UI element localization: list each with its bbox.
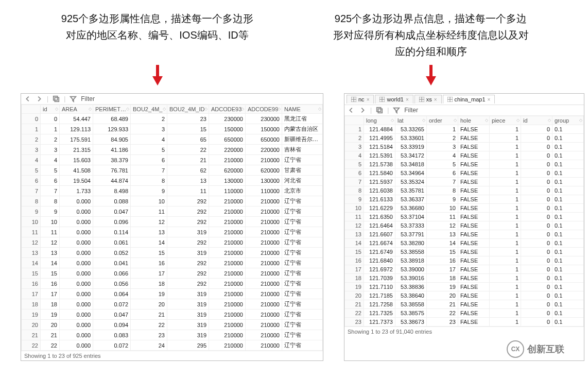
table-row[interactable]: 14140.0000.04116292210000210000辽宁省 <box>22 258 323 268</box>
table-row[interactable]: 3321.31541.186522220000220000吉林省 <box>22 145 323 155</box>
table-row[interactable]: 5121.573853.348185FALSE100.1 <box>345 160 584 169</box>
table-row[interactable]: 14121.667453.3828014FALSE100.1 <box>345 239 584 248</box>
cell: 210000 <box>246 227 282 237</box>
table-row[interactable]: 17170.0000.06419319210000210000辽宁省 <box>22 289 323 299</box>
cell: 0 <box>521 318 552 326</box>
table-row[interactable]: 11110.0000.11413319210000210000辽宁省 <box>22 227 323 237</box>
table-row[interactable]: 20121.718553.3864020FALSE100.1 <box>345 291 584 300</box>
column-header[interactable]: id◇ <box>521 116 552 125</box>
table-row[interactable]: 0054.44768.489223230000230000黑龙江省 <box>22 114 323 124</box>
table-row[interactable]: 6121.584053.349646FALSE100.1 <box>345 169 584 178</box>
cell: 319 <box>167 248 209 258</box>
column-header[interactable]: AREA◇ <box>60 105 93 114</box>
table-row[interactable]: 13121.660753.3779113FALSE100.1 <box>345 230 584 239</box>
cell: 1 <box>41 124 60 134</box>
cell: 23 <box>167 114 209 124</box>
table-row[interactable]: 21121.725853.3855821FALSE100.1 <box>345 300 584 309</box>
cell: 辽宁省 <box>282 248 323 258</box>
column-header[interactable]: BOU2_4M_ID◇ <box>167 105 209 114</box>
table-row[interactable]: 18121.703953.3901618FALSE100.1 <box>345 274 584 283</box>
close-icon[interactable]: × <box>488 97 491 102</box>
table-row[interactable]: 10100.0000.09612292210000210000辽宁省 <box>22 217 323 227</box>
table-row[interactable]: 1121.488453.332651FALSE100.1 <box>345 125 584 134</box>
close-icon[interactable]: × <box>434 97 437 102</box>
table-row[interactable]: 880.0000.08810292210000210000辽宁省 <box>22 196 323 206</box>
table-row[interactable]: 22121.732553.3857522FALSE100.1 <box>345 309 584 318</box>
cell: 53.34818 <box>395 160 427 169</box>
cell: 8 <box>427 186 458 195</box>
table-row[interactable]: 3121.518453.339193FALSE100.1 <box>345 143 584 151</box>
tab-china_map1[interactable]: china_map1× <box>443 95 495 104</box>
table-row[interactable]: 990.0000.04711292210000210000辽宁省 <box>22 206 323 217</box>
cell: 210000 <box>209 248 246 258</box>
cell: 53.33919 <box>395 143 427 151</box>
back-icon[interactable] <box>24 95 31 102</box>
column-header[interactable] <box>22 105 41 114</box>
table-row[interactable]: 23121.737353.3867323FALSE100.1 <box>345 318 584 326</box>
cell: 辽宁省 <box>282 340 323 351</box>
table-row[interactable]: 13130.0000.05215319210000210000辽宁省 <box>22 248 323 258</box>
close-icon[interactable]: × <box>406 97 409 102</box>
column-header[interactable]: NAME◇ <box>282 105 323 114</box>
cell: 210000 <box>209 155 246 165</box>
column-header[interactable]: group◇ <box>552 116 584 125</box>
table-row[interactable]: 15121.674953.3855815FALSE100.1 <box>345 248 584 256</box>
filter-icon[interactable] <box>70 95 77 102</box>
cell: 1 <box>490 195 521 204</box>
cell: FALSE <box>458 309 490 318</box>
table-row[interactable]: 2121.499553.336012FALSE100.1 <box>345 134 584 143</box>
table-row[interactable]: 15150.0000.06617292210000210000辽宁省 <box>22 268 323 279</box>
table-row[interactable]: 19121.711053.3883619FALSE100.1 <box>345 283 584 291</box>
table-row[interactable]: 4121.539153.341724FALSE100.1 <box>345 151 584 160</box>
table-row[interactable]: 16160.0000.05618292210000210000辽宁省 <box>22 279 323 289</box>
table-row[interactable]: 16121.684053.3891816FALSE100.1 <box>345 256 584 265</box>
tab-nc[interactable]: nc× <box>347 95 374 104</box>
cell: 11 <box>41 227 60 237</box>
table-row[interactable]: 10121.622953.3668010FALSE100.1 <box>345 204 584 213</box>
table-row[interactable]: 11121.635053.3710411FALSE100.1 <box>345 213 584 221</box>
column-header[interactable]: PERIMETER◇ <box>93 105 131 114</box>
table-row[interactable]: 9121.613353.363379FALSE100.1 <box>345 195 584 204</box>
cell: 辽宁省 <box>282 217 323 227</box>
column-header[interactable]: ADCODE99◇ <box>246 105 282 114</box>
close-icon[interactable]: × <box>367 97 370 102</box>
table-row[interactable]: 7121.593753.353247FALSE100.1 <box>345 178 584 186</box>
table-row[interactable]: 5541.50876.781762620000620000甘肃省 <box>22 165 323 176</box>
column-header[interactable]: ADCODE93◇ <box>209 105 246 114</box>
cell: 0 <box>521 160 552 169</box>
back-icon[interactable] <box>348 107 355 114</box>
column-header[interactable] <box>345 116 364 125</box>
column-header[interactable]: lat◇ <box>395 116 427 125</box>
column-header[interactable]: BOU2_4M_◇ <box>131 105 167 114</box>
filter-icon[interactable] <box>393 107 400 114</box>
table-row[interactable]: 6619.50444.874813130000130000河北省 <box>22 176 323 186</box>
table-row[interactable]: 11129.113129.933315150000150000内蒙古自治区 <box>22 124 323 134</box>
table-row[interactable]: 22175.59184.905465650000650000新疆维吾尔自治区 <box>22 134 323 145</box>
forward-icon[interactable] <box>359 107 366 114</box>
table-row[interactable]: 12120.0000.06114292210000210000辽宁省 <box>22 237 323 248</box>
column-header[interactable]: hole◇ <box>458 116 490 125</box>
table-row[interactable]: 8121.603853.357818FALSE100.1 <box>345 186 584 195</box>
popout-icon[interactable] <box>53 95 60 102</box>
column-header[interactable]: piece◇ <box>490 116 521 125</box>
forward-icon[interactable] <box>36 95 43 102</box>
row-number: 22 <box>22 340 41 351</box>
table-row[interactable]: 22220.0000.07224295210000210000辽宁省 <box>22 340 323 351</box>
cell: 黑龙江省 <box>282 114 323 124</box>
column-header[interactable]: order◇ <box>427 116 458 125</box>
table-row[interactable]: 12121.646453.3733312FALSE100.1 <box>345 221 584 230</box>
column-header[interactable]: id◇ <box>41 105 60 114</box>
table-row[interactable]: 21210.0000.08323319210000210000辽宁省 <box>22 330 323 340</box>
cell: 11 <box>167 186 209 196</box>
table-row[interactable]: 17121.697253.3900017FALSE100.1 <box>345 265 584 274</box>
table-row[interactable]: 4415.60338.379621210000210000辽宁省 <box>22 155 323 165</box>
cell: 292 <box>167 217 209 227</box>
table-row[interactable]: 19190.0000.04721319210000210000辽宁省 <box>22 309 323 320</box>
table-row[interactable]: 771.7338.498911110000110000北京市 <box>22 186 323 196</box>
table-row[interactable]: 18180.0000.07220319210000210000辽宁省 <box>22 299 323 309</box>
tab-xs[interactable]: xs× <box>414 95 442 104</box>
popout-icon[interactable] <box>376 107 383 114</box>
tab-world1[interactable]: world1× <box>375 95 413 104</box>
column-header[interactable]: long◇ <box>364 116 395 125</box>
table-row[interactable]: 20200.0000.09422319210000210000辽宁省 <box>22 320 323 330</box>
